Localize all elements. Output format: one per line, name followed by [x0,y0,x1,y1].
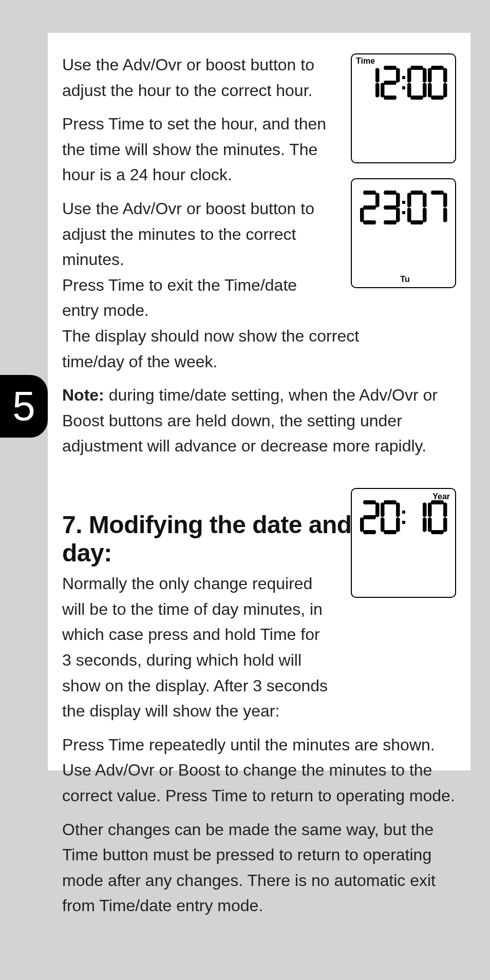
note-label: Note: [62,386,104,404]
page-number-tab: 5 [0,375,48,438]
paragraph: Use the Adv/Ovr or boost button to adjus… [62,52,334,103]
lcd-digits [352,66,455,102]
page-number: 5 [12,383,35,430]
lcd-digits [352,191,455,227]
manual-page: Time Tu Year Use the Adv/Ovr or boost bu… [48,33,470,770]
lcd-label-day: Tu [352,275,455,284]
lcd-digits [352,500,455,536]
note-body: during time/date setting, when the Adv/O… [62,386,438,455]
note-paragraph: Note: during time/date setting, when the… [62,383,456,459]
paragraph: Other changes can be made the same way, … [62,817,456,919]
lcd-display-clock: Tu [351,178,456,288]
paragraph: The display should now show the correct … [62,324,401,374]
lcd-label-time: Time [356,56,375,66]
paragraph: Use the Adv/Ovr or boost button to adjus… [62,196,329,273]
paragraph: Press Time repeatedly until the minutes … [62,732,456,809]
paragraph: Normally the only change required will b… [62,571,329,724]
lcd-display-time: Time [351,53,456,163]
lcd-display-year: Year [351,488,456,598]
paragraph: Press Time to exit the Time/date entry m… [62,273,329,324]
paragraph: Press Time to set the hour, and then the… [62,111,334,188]
